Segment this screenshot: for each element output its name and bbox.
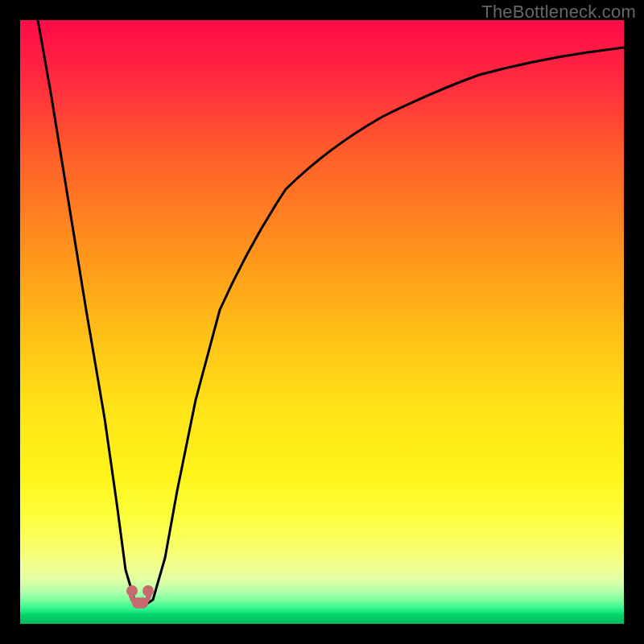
plot-area — [20, 20, 624, 624]
chart-frame: TheBottleneck.com — [0, 0, 644, 644]
chart-svg — [20, 20, 624, 624]
gradient-background — [20, 20, 624, 624]
